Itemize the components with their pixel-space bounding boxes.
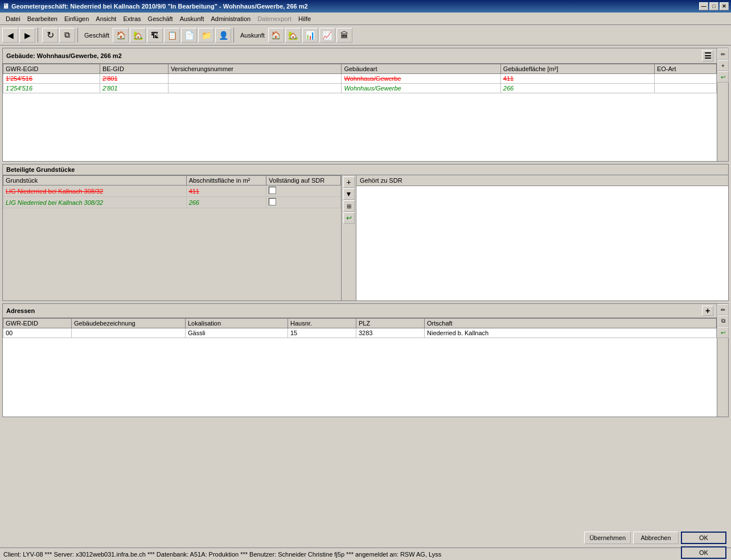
adressen-edit-btn[interactable]: ✏	[717, 304, 729, 315]
geschaeft-btn-5[interactable]: 📄	[181, 28, 197, 43]
col-vollstaendig: Vollständig auf SDR	[266, 176, 341, 186]
ok-bottom-button[interactable]: OK	[681, 546, 726, 559]
toolbar-separator-3	[233, 28, 236, 43]
cell-lokalisation: Gässli	[186, 328, 288, 338]
geschaeft-btn-3[interactable]: 🏗	[147, 28, 163, 43]
status-bar: Client: LYV-08 *** Server: x3012web031.i…	[0, 547, 731, 560]
auskunft-btn-5[interactable]: 🏛	[336, 28, 352, 43]
beteiligte-undo-btn[interactable]: ↩	[343, 212, 355, 224]
beteiligte-down-btn[interactable]: ▼	[343, 188, 355, 200]
menu-datei[interactable]: Datei	[2, 14, 24, 23]
table-row[interactable]: 1'254'516 2'801 Wohnhaus/Gewerbe 266	[3, 84, 717, 93]
auskunft-btn-4[interactable]: 📈	[319, 28, 335, 43]
cell-vollstaendig-2	[266, 197, 341, 208]
menu-auskunft[interactable]: Auskunft	[176, 14, 208, 23]
cell-eo-art-2	[654, 84, 716, 93]
menu-einfuegen[interactable]: Einfügen	[61, 14, 92, 23]
col-gebaeudeflaeche: Gebäudefläche [m²]	[500, 64, 654, 74]
table-row[interactable]: LIG Niederried bei Kallnach 308/32 266	[3, 197, 341, 208]
adressen-main: Adressen + GWR-EDID Gebäudebezeichnung L…	[3, 304, 717, 417]
gebaeude-header: Gebäude: Wohnhaus/Gewerbe, 266 m2 ☰	[3, 48, 717, 64]
copy-button[interactable]: ⧉	[59, 28, 75, 43]
menu-bearbeiten[interactable]: Bearbeiten	[24, 14, 61, 23]
cell-grundstueck: LIG Niederried bei Kallnach 308/32	[3, 186, 187, 197]
geschaeft-btn-7[interactable]: 👤	[215, 28, 231, 43]
gebaeude-undo-btn[interactable]: ↩	[717, 71, 729, 83]
col-gebaeudebezeichnung: Gebäudebezeichnung	[72, 319, 186, 328]
geschaeft-label: Geschäft	[82, 32, 112, 39]
gebaeude-main: Gebäude: Wohnhaus/Gewerbe, 266 m2 ☰ GWR-…	[3, 48, 717, 161]
nav-forward-button[interactable]: ▶	[19, 28, 35, 43]
cell-gwr-edid: 00	[3, 328, 72, 338]
auskunft-btn-2[interactable]: 🏡	[285, 28, 301, 43]
maximize-button[interactable]: □	[709, 2, 718, 10]
col-lokalisation: Lokalisation	[186, 319, 288, 328]
cell-be-gid-2: 2'801	[100, 84, 168, 93]
table-row[interactable]: 1'254'516 2'801 Wohnhaus/Gewerbe 411	[3, 74, 717, 84]
gebaeude-scrollbar: ✏ + ↩	[717, 48, 728, 161]
cell-grundstueck-2: LIG Niederried bei Kallnach 308/32	[3, 197, 187, 208]
col-gwr-edid: GWR-EDID	[3, 319, 72, 328]
ok-button[interactable]: OK	[681, 532, 726, 544]
gebaeude-section: Gebäude: Wohnhaus/Gewerbe, 266 m2 ☰ GWR-…	[2, 48, 729, 162]
menu-bar: Datei Bearbeiten Einfügen Ansicht Extras…	[0, 13, 731, 25]
cell-eo-art	[654, 74, 716, 84]
gebaeude-list-icon[interactable]: ☰	[702, 50, 713, 61]
geschaeft-btn-4[interactable]: 📋	[164, 28, 180, 43]
gebaeude-add-btn[interactable]: +	[717, 60, 729, 71]
col-eo-art: EO-Art	[654, 64, 716, 74]
cell-gebaeudeart: Wohnhaus/Gewerbe	[342, 74, 500, 84]
action-buttons: Übernehmen Abbrechen OK	[584, 532, 726, 544]
vollstaendig-checkbox[interactable]	[269, 187, 276, 194]
auskunft-label: Auskunft	[238, 32, 267, 39]
sdr-header: Gehört zu SDR	[356, 175, 728, 186]
menu-geschaeft[interactable]: Geschäft	[145, 14, 176, 23]
toolbar-separator-2	[77, 28, 80, 43]
cell-gwr-egid-2: 1'254'516	[3, 84, 100, 93]
cell-hausnr: 15	[288, 328, 356, 338]
cell-flaeche: 411	[186, 186, 266, 197]
auskunft-btn-3[interactable]: 📊	[302, 28, 318, 43]
table-row[interactable]: 00 Gässli 15 3283 Niederried b. Kallnach	[3, 328, 717, 338]
geschaeft-btn-2[interactable]: 🏡	[130, 28, 146, 43]
uebernehmen-button[interactable]: Übernehmen	[584, 532, 631, 544]
menu-ansicht[interactable]: Ansicht	[92, 14, 120, 23]
beteiligte-add-btn[interactable]: +	[343, 176, 355, 188]
cell-gebaeudeflaeche-2: 266	[500, 84, 654, 93]
menu-administration[interactable]: Administration	[207, 14, 254, 23]
adressen-table: GWR-EDID Gebäudebezeichnung Lokalisation…	[3, 318, 717, 338]
cell-plz: 3283	[356, 328, 425, 338]
gebaeude-edit-btn[interactable]: ✏	[717, 48, 729, 60]
cell-gebaeudeflaeche: 411	[500, 74, 654, 84]
cell-gebaeudeart-2: Wohnhaus/Gewerbe	[342, 84, 500, 93]
col-gwr-egid: GWR-EGID	[3, 64, 100, 74]
adressen-undo-btn[interactable]: ↩	[717, 327, 729, 338]
beteiligte-table-btn[interactable]: ⊞	[343, 200, 355, 212]
close-button[interactable]: ✕	[720, 2, 729, 10]
geschaeft-btn-6[interactable]: 📁	[198, 28, 214, 43]
cell-versicherungsnummer-2	[168, 84, 341, 93]
table-row[interactable]: LIG Niederried bei Kallnach 308/32 411	[3, 186, 341, 197]
toolbar: ◀ ▶ ↻ ⧉ Geschäft 🏠 🏡 🏗 📋 📄 📁 👤 Auskunft …	[0, 25, 731, 46]
menu-extras[interactable]: Extras	[120, 14, 144, 23]
minimize-button[interactable]: —	[699, 2, 708, 10]
cell-ortschaft: Niederried b. Kallnach	[425, 328, 717, 338]
abbrechen-button[interactable]: Abbrechen	[633, 532, 679, 544]
geschaeft-btn-1[interactable]: 🏠	[113, 28, 129, 43]
adressen-header: Adressen +	[3, 304, 717, 318]
cell-versicherungsnummer	[168, 74, 341, 84]
cell-be-gid: 2'801	[100, 74, 168, 84]
adressen-section: Adressen + GWR-EDID Gebäudebezeichnung L…	[2, 303, 729, 417]
adressen-copy-btn[interactable]: ⧉	[717, 315, 729, 327]
vollstaendig-checkbox-2[interactable]	[269, 198, 276, 205]
beteiligte-section: Beteiligte Grundstücke Grundstück Abschn…	[2, 164, 729, 301]
title-bar: 🖥 Geometergeschäft: Niederried bei Kalln…	[0, 0, 731, 13]
nav-back-button[interactable]: ◀	[2, 28, 18, 43]
adressen-add-header-btn[interactable]: +	[702, 306, 713, 316]
toolbar-separator-1	[38, 28, 40, 43]
refresh-button[interactable]: ↻	[42, 28, 58, 43]
window-controls: — □ ✕	[699, 2, 729, 10]
auskunft-btn-1[interactable]: 🏠	[268, 28, 284, 43]
menu-hilfe[interactable]: Hilfe	[295, 14, 314, 23]
beteiligte-table: Grundstück Abschnittsfläche in m² Vollst…	[3, 175, 341, 208]
